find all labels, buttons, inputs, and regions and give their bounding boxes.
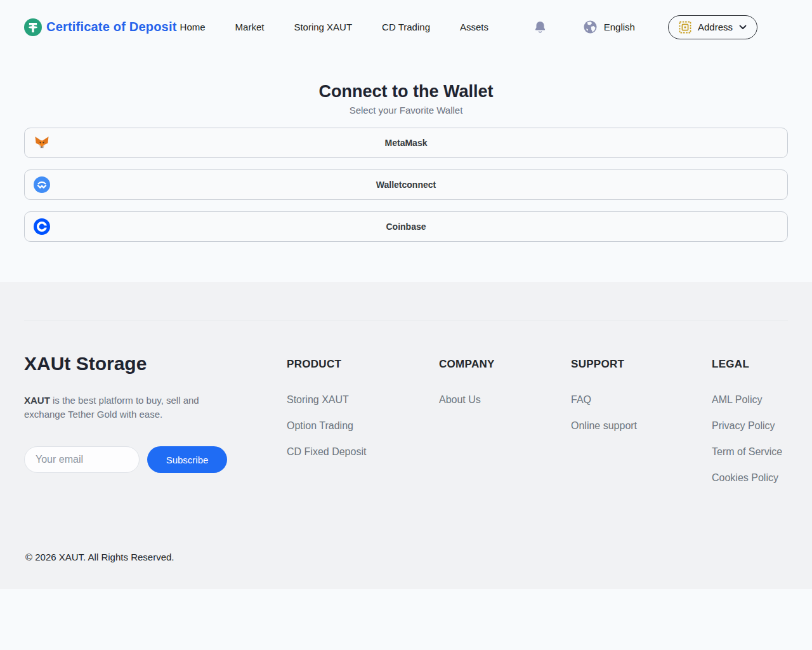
brand-title: Certificate of Deposit xyxy=(46,20,177,34)
footer-link-online-support[interactable]: Online support xyxy=(571,420,712,432)
notifications-button[interactable] xyxy=(533,20,547,34)
wallet-button-metamask[interactable]: MetaMask xyxy=(24,128,788,158)
footer-brand-title: XAUt Storage xyxy=(24,353,287,375)
footer-content: XAUt Storage XAUT is the best platform t… xyxy=(24,353,788,498)
newsletter-form: Subscribe xyxy=(24,446,287,473)
nav-item-home[interactable]: Home xyxy=(180,22,206,32)
wallet-label-coinbase: Coinbase xyxy=(386,222,426,232)
footer-link-privacy-policy[interactable]: Privacy Policy xyxy=(712,420,788,432)
footer-column-company: COMPANY About Us xyxy=(439,353,571,420)
footer-column-title: LEGAL xyxy=(712,358,788,371)
email-input[interactable] xyxy=(24,446,140,473)
nav-item-cd-trading[interactable]: CD Trading xyxy=(382,22,430,32)
footer-divider xyxy=(24,321,788,321)
gold-chip-icon xyxy=(679,21,691,34)
subscribe-button[interactable]: Subscribe xyxy=(147,446,227,473)
footer-column-support: SUPPORT FAQ Online support xyxy=(571,353,712,446)
footer-column-product: PRODUCT Storing XAUT Option Trading CD F… xyxy=(287,353,439,472)
bell-icon xyxy=(533,20,547,34)
footer-link-term-of-service[interactable]: Term of Service xyxy=(712,446,788,458)
footer-link-aml-policy[interactable]: AML Policy xyxy=(712,394,788,406)
footer-brand-block: XAUt Storage XAUT is the best platform t… xyxy=(24,353,287,473)
wallet-label-walletconnect: Walletconnect xyxy=(376,180,436,190)
nav-item-assets[interactable]: Assets xyxy=(460,22,488,32)
walletconnect-icon xyxy=(34,176,50,193)
brand-logo[interactable]: Certificate of Deposit xyxy=(24,18,177,36)
globe-icon xyxy=(583,20,598,34)
footer-link-about-us[interactable]: About Us xyxy=(439,394,571,406)
header-right: English Address xyxy=(533,15,788,39)
footer: XAUt Storage XAUT is the best platform t… xyxy=(0,282,812,589)
header: Certificate of Deposit Home Market Stori… xyxy=(0,0,812,54)
address-label: Address xyxy=(698,22,733,32)
footer-column-title: PRODUCT xyxy=(287,358,439,371)
wallet-list: MetaMask Walletconnect Coinbase xyxy=(24,128,788,242)
footer-link-faq[interactable]: FAQ xyxy=(571,394,712,406)
page-subtitle: Select your Favorite Wallet xyxy=(0,105,812,116)
footer-column-title: COMPANY xyxy=(439,358,571,371)
tether-icon xyxy=(24,18,42,36)
footer-link-storing-xaut[interactable]: Storing XAUT xyxy=(287,394,439,406)
connect-wallet-section: Connect to the Wallet Select your Favori… xyxy=(0,81,812,282)
wallet-label-metamask: MetaMask xyxy=(385,138,428,148)
language-label: English xyxy=(604,22,635,32)
chevron-down-icon xyxy=(739,25,747,30)
nav-item-market[interactable]: Market xyxy=(235,22,265,32)
main-nav: Home Market Storing XAUT CD Trading Asse… xyxy=(180,22,488,32)
footer-column-legal: LEGAL AML Policy Privacy Policy Term of … xyxy=(712,353,788,498)
footer-description-rest: is the best platform to buy, sell and ex… xyxy=(24,395,199,420)
wallet-button-coinbase[interactable]: Coinbase xyxy=(24,211,788,242)
copyright-text: © 2026 XAUT. All Rights Reserved. xyxy=(25,552,174,562)
coinbase-icon xyxy=(34,218,50,235)
nav-item-storing-xaut[interactable]: Storing XAUT xyxy=(294,22,352,32)
footer-link-cookies-policy[interactable]: Cookies Policy xyxy=(712,472,788,484)
wallet-button-walletconnect[interactable]: Walletconnect xyxy=(24,169,788,200)
footer-column-title: SUPPORT xyxy=(571,358,712,371)
page-title: Connect to the Wallet xyxy=(0,81,812,102)
footer-description-lead: XAUT xyxy=(24,395,50,406)
footer-description: XAUT is the best platform to buy, sell a… xyxy=(24,394,212,421)
metamask-fox-icon xyxy=(34,135,50,151)
language-selector[interactable]: English xyxy=(583,20,635,34)
address-button[interactable]: Address xyxy=(668,15,757,39)
footer-link-option-trading[interactable]: Option Trading xyxy=(287,420,439,432)
footer-link-cd-fixed-deposit[interactable]: CD Fixed Deposit xyxy=(287,446,439,458)
